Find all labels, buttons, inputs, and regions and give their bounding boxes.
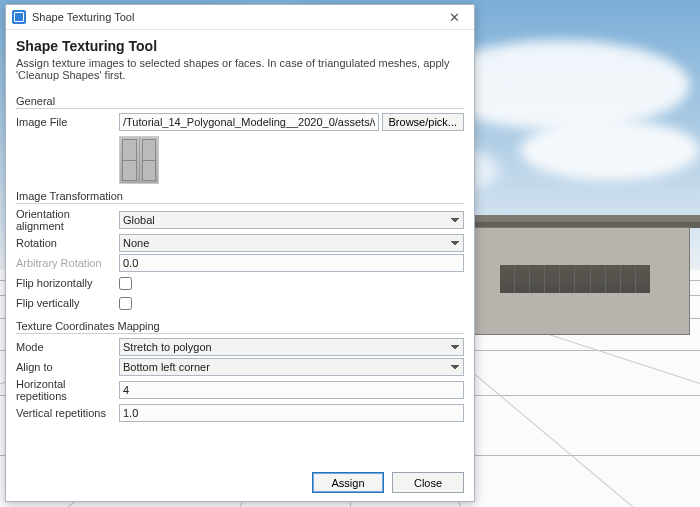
flip-horizontal-label: Flip horizontally [16, 277, 119, 289]
image-file-label: Image File [16, 116, 119, 128]
rotation-label: Rotation [16, 237, 119, 249]
vertical-repetitions-input[interactable] [119, 404, 464, 422]
section-general: General [16, 95, 464, 109]
flip-vertical-checkbox[interactable] [119, 297, 132, 310]
flip-horizontal-checkbox[interactable] [119, 277, 132, 290]
vertical-repetitions-label: Vertical repetitions [16, 407, 119, 419]
dialog-description: Assign texture images to selected shapes… [16, 57, 464, 81]
house-model [470, 215, 690, 345]
image-file-input[interactable] [119, 113, 379, 131]
orientation-label: Orientation alignment [16, 208, 119, 232]
section-texture-coordinates: Texture Coordinates Mapping [16, 320, 464, 334]
window-title: Shape Texturing Tool [32, 11, 440, 23]
app-icon [12, 10, 26, 24]
window-close-button[interactable]: ✕ [440, 8, 468, 26]
arbitrary-rotation-input [119, 254, 464, 272]
titlebar[interactable]: Shape Texturing Tool ✕ [6, 5, 474, 30]
align-to-select[interactable]: Bottom left corner [119, 358, 464, 376]
horizontal-repetitions-label: Horizontal repetitions [16, 378, 119, 402]
close-button[interactable]: Close [392, 472, 464, 493]
section-image-transformation: Image Transformation [16, 190, 464, 204]
texture-preview [119, 136, 159, 184]
horizontal-repetitions-input[interactable] [119, 381, 464, 399]
shape-texturing-dialog: Shape Texturing Tool ✕ Shape Texturing T… [5, 4, 475, 502]
dialog-button-row: Assign Close [6, 466, 474, 501]
browse-button[interactable]: Browse/pick... [382, 113, 464, 131]
dialog-title: Shape Texturing Tool [16, 38, 464, 54]
flip-vertical-label: Flip vertically [16, 297, 119, 309]
arbitrary-rotation-label: Arbitrary Rotation [16, 257, 119, 269]
orientation-select[interactable]: Global [119, 211, 464, 229]
mode-select[interactable]: Stretch to polygon [119, 338, 464, 356]
align-to-label: Align to [16, 361, 119, 373]
assign-button[interactable]: Assign [312, 472, 384, 493]
rotation-select[interactable]: None [119, 234, 464, 252]
mode-label: Mode [16, 341, 119, 353]
